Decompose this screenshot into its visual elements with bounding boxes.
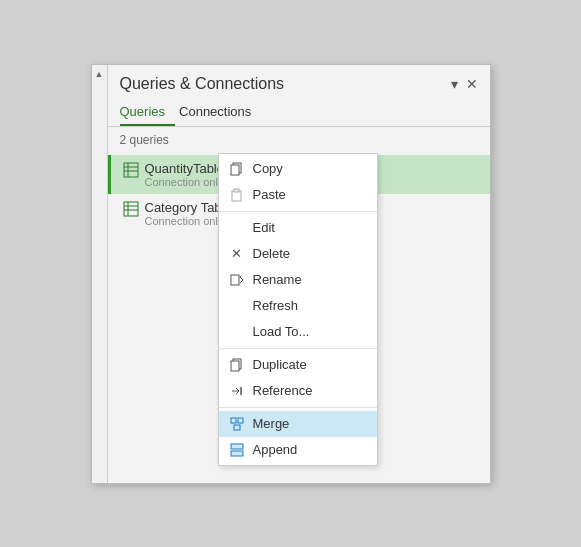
title-bar: Queries & Connections ▾ ✕ xyxy=(108,65,490,99)
append-icon xyxy=(229,442,245,458)
svg-rect-17 xyxy=(231,361,239,371)
close-button[interactable]: ✕ xyxy=(466,76,478,92)
paste-icon xyxy=(229,187,245,203)
query-info-category: Category Tabl Connection onl xyxy=(145,200,225,227)
refresh-icon xyxy=(229,298,245,314)
query-info-quantity: QuantityTable Connection onl xyxy=(145,161,225,188)
svg-rect-0 xyxy=(124,163,138,177)
scrollbar[interactable]: ▲ xyxy=(92,65,108,483)
query-list: QuantityTable Connection onl Category Ta… xyxy=(108,153,490,483)
menu-item-merge[interactable]: Merge xyxy=(219,411,377,437)
edit-icon xyxy=(229,220,245,236)
panel-title: Queries & Connections xyxy=(120,75,285,93)
tabs-bar: Queries Connections xyxy=(108,99,490,127)
query-count: 2 queries xyxy=(108,127,490,153)
menu-item-paste[interactable]: Paste xyxy=(219,182,377,208)
context-menu: Copy Paste Edit xyxy=(218,153,378,466)
tab-connections[interactable]: Connections xyxy=(179,99,261,126)
query-sub-quantity: Connection onl xyxy=(145,176,225,188)
menu-item-append[interactable]: Append xyxy=(219,437,377,463)
query-sub-category: Connection onl xyxy=(145,215,225,227)
svg-rect-9 xyxy=(231,165,239,175)
svg-line-15 xyxy=(240,280,243,283)
copy-label: Copy xyxy=(253,161,365,176)
divider-1 xyxy=(219,211,377,212)
scroll-up-arrow[interactable]: ▲ xyxy=(92,67,106,81)
query-name-quantity: QuantityTable xyxy=(145,161,225,176)
menu-item-edit[interactable]: Edit xyxy=(219,215,377,241)
divider-2 xyxy=(219,348,377,349)
paste-label: Paste xyxy=(253,187,365,202)
table-icon-quantity xyxy=(123,162,139,181)
reference-icon xyxy=(229,383,245,399)
load-to-label: Load To... xyxy=(253,324,365,339)
table-icon-category xyxy=(123,201,139,220)
svg-rect-11 xyxy=(234,189,239,192)
svg-rect-4 xyxy=(124,202,138,216)
svg-rect-22 xyxy=(231,418,236,423)
duplicate-icon xyxy=(229,357,245,373)
pin-button[interactable]: ▾ xyxy=(451,76,458,92)
merge-label: Merge xyxy=(253,416,365,431)
menu-item-duplicate[interactable]: Duplicate xyxy=(219,352,377,378)
merge-icon xyxy=(229,416,245,432)
svg-line-14 xyxy=(240,276,241,277)
load-to-icon xyxy=(229,324,245,340)
menu-item-load-to[interactable]: Load To... xyxy=(219,319,377,345)
menu-item-refresh[interactable]: Refresh xyxy=(219,293,377,319)
reference-label: Reference xyxy=(253,383,365,398)
menu-item-delete[interactable]: ✕ Delete xyxy=(219,241,377,267)
tab-queries[interactable]: Queries xyxy=(120,99,176,126)
append-label: Append xyxy=(253,442,365,457)
title-controls: ▾ ✕ xyxy=(451,76,478,92)
svg-rect-24 xyxy=(234,425,240,430)
menu-item-reference[interactable]: Reference xyxy=(219,378,377,404)
queries-connections-panel: ▲ Queries & Connections ▾ ✕ Queries Conn… xyxy=(91,64,491,484)
copy-icon xyxy=(229,161,245,177)
svg-rect-25 xyxy=(231,444,243,449)
panel-content: Queries & Connections ▾ ✕ Queries Connec… xyxy=(108,65,490,483)
edit-label: Edit xyxy=(253,220,365,235)
delete-icon: ✕ xyxy=(229,246,245,262)
menu-item-rename[interactable]: Rename xyxy=(219,267,377,293)
duplicate-label: Duplicate xyxy=(253,357,365,372)
menu-item-copy[interactable]: Copy xyxy=(219,156,377,182)
svg-rect-23 xyxy=(238,418,243,423)
svg-rect-26 xyxy=(231,451,243,456)
rename-label: Rename xyxy=(253,272,365,287)
svg-rect-12 xyxy=(231,275,239,285)
divider-3 xyxy=(219,407,377,408)
query-name-category: Category Tabl xyxy=(145,200,225,215)
delete-label: Delete xyxy=(253,246,365,261)
svg-line-13 xyxy=(240,277,243,280)
rename-icon xyxy=(229,272,245,288)
refresh-label: Refresh xyxy=(253,298,365,313)
